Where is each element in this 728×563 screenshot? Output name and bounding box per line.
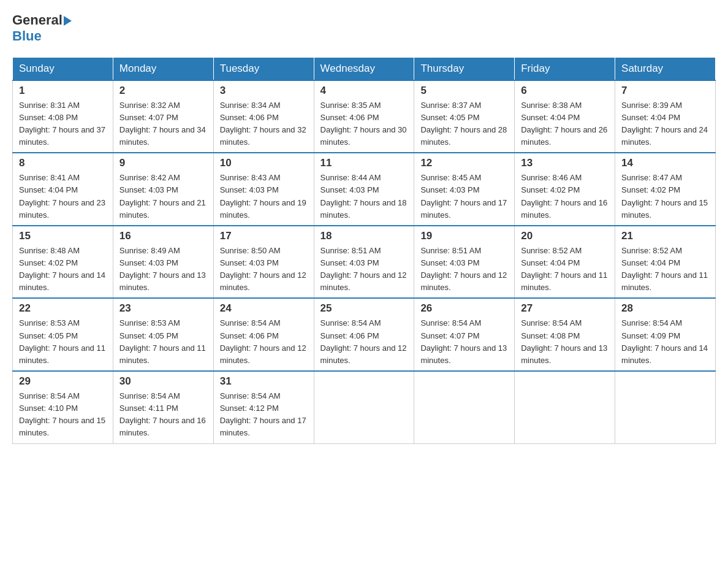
calendar-cell bbox=[314, 371, 414, 443]
day-number: 5 bbox=[420, 85, 508, 97]
calendar-table: SundayMondayTuesdayWednesdayThursdayFrid… bbox=[12, 57, 716, 444]
day-number: 19 bbox=[420, 230, 508, 242]
calendar-cell: 9 Sunrise: 8:42 AM Sunset: 4:03 PM Dayli… bbox=[113, 153, 213, 226]
calendar-cell: 23 Sunrise: 8:53 AM Sunset: 4:05 PM Dayl… bbox=[113, 298, 213, 371]
day-info: Sunrise: 8:54 AM Sunset: 4:12 PM Dayligh… bbox=[220, 390, 308, 440]
day-info: Sunrise: 8:37 AM Sunset: 4:05 PM Dayligh… bbox=[420, 99, 508, 149]
day-info: Sunrise: 8:54 AM Sunset: 4:06 PM Dayligh… bbox=[220, 317, 308, 367]
day-number: 17 bbox=[220, 230, 308, 242]
day-info: Sunrise: 8:50 AM Sunset: 4:03 PM Dayligh… bbox=[220, 245, 308, 294]
day-number: 2 bbox=[119, 85, 207, 97]
day-info: Sunrise: 8:54 AM Sunset: 4:07 PM Dayligh… bbox=[420, 317, 508, 367]
day-number: 25 bbox=[320, 302, 408, 315]
day-info: Sunrise: 8:41 AM Sunset: 4:04 PM Dayligh… bbox=[19, 172, 107, 221]
weekday-header-tuesday: Tuesday bbox=[213, 57, 314, 80]
calendar-cell: 16 Sunrise: 8:49 AM Sunset: 4:03 PM Dayl… bbox=[113, 226, 213, 299]
calendar-week-row: 8 Sunrise: 8:41 AM Sunset: 4:04 PM Dayli… bbox=[13, 153, 716, 226]
calendar-week-row: 1 Sunrise: 8:31 AM Sunset: 4:08 PM Dayli… bbox=[13, 80, 716, 153]
logo-text-general: General bbox=[12, 12, 63, 28]
day-number: 10 bbox=[220, 157, 308, 169]
calendar-cell: 14 Sunrise: 8:47 AM Sunset: 4:02 PM Dayl… bbox=[615, 153, 716, 226]
calendar-cell: 20 Sunrise: 8:52 AM Sunset: 4:04 PM Dayl… bbox=[515, 226, 615, 299]
calendar-cell: 12 Sunrise: 8:45 AM Sunset: 4:03 PM Dayl… bbox=[414, 153, 515, 226]
day-info: Sunrise: 8:46 AM Sunset: 4:02 PM Dayligh… bbox=[521, 172, 609, 221]
calendar-cell: 28 Sunrise: 8:54 AM Sunset: 4:09 PM Dayl… bbox=[615, 298, 716, 371]
day-info: Sunrise: 8:54 AM Sunset: 4:09 PM Dayligh… bbox=[621, 317, 709, 367]
day-info: Sunrise: 8:54 AM Sunset: 4:11 PM Dayligh… bbox=[119, 390, 207, 440]
calendar-cell bbox=[615, 371, 716, 443]
day-number: 20 bbox=[521, 230, 609, 242]
calendar-cell: 29 Sunrise: 8:54 AM Sunset: 4:10 PM Dayl… bbox=[13, 371, 113, 443]
day-number: 14 bbox=[621, 157, 709, 169]
day-info: Sunrise: 8:54 AM Sunset: 4:10 PM Dayligh… bbox=[19, 390, 107, 440]
weekday-header-monday: Monday bbox=[113, 57, 213, 80]
day-number: 22 bbox=[19, 302, 107, 315]
day-number: 29 bbox=[19, 375, 107, 388]
day-number: 12 bbox=[420, 157, 508, 169]
day-number: 11 bbox=[320, 157, 408, 169]
day-number: 30 bbox=[119, 375, 207, 388]
day-info: Sunrise: 8:38 AM Sunset: 4:04 PM Dayligh… bbox=[521, 99, 609, 149]
calendar-cell: 22 Sunrise: 8:53 AM Sunset: 4:05 PM Dayl… bbox=[13, 298, 113, 371]
weekday-header-wednesday: Wednesday bbox=[314, 57, 414, 80]
day-number: 23 bbox=[119, 302, 207, 315]
day-info: Sunrise: 8:48 AM Sunset: 4:02 PM Dayligh… bbox=[19, 245, 107, 294]
day-number: 28 bbox=[621, 302, 709, 315]
day-number: 18 bbox=[320, 230, 408, 242]
day-number: 13 bbox=[521, 157, 609, 169]
day-info: Sunrise: 8:31 AM Sunset: 4:08 PM Dayligh… bbox=[19, 99, 107, 149]
logo-text-blue: Blue bbox=[12, 28, 72, 44]
day-number: 3 bbox=[220, 85, 308, 97]
day-number: 26 bbox=[420, 302, 508, 315]
calendar-cell bbox=[414, 371, 515, 443]
calendar-cell: 21 Sunrise: 8:52 AM Sunset: 4:04 PM Dayl… bbox=[615, 226, 716, 299]
calendar-cell: 11 Sunrise: 8:44 AM Sunset: 4:03 PM Dayl… bbox=[314, 153, 414, 226]
day-info: Sunrise: 8:52 AM Sunset: 4:04 PM Dayligh… bbox=[521, 245, 609, 294]
day-info: Sunrise: 8:32 AM Sunset: 4:07 PM Dayligh… bbox=[119, 99, 207, 149]
day-number: 15 bbox=[19, 230, 107, 242]
day-number: 24 bbox=[220, 302, 308, 315]
calendar-week-row: 22 Sunrise: 8:53 AM Sunset: 4:05 PM Dayl… bbox=[13, 298, 716, 371]
day-info: Sunrise: 8:34 AM Sunset: 4:06 PM Dayligh… bbox=[220, 99, 308, 149]
day-info: Sunrise: 8:39 AM Sunset: 4:04 PM Dayligh… bbox=[621, 99, 709, 149]
calendar-cell: 8 Sunrise: 8:41 AM Sunset: 4:04 PM Dayli… bbox=[13, 153, 113, 226]
day-info: Sunrise: 8:53 AM Sunset: 4:05 PM Dayligh… bbox=[19, 317, 107, 367]
calendar-week-row: 29 Sunrise: 8:54 AM Sunset: 4:10 PM Dayl… bbox=[13, 371, 716, 443]
day-number: 1 bbox=[19, 85, 107, 97]
day-number: 7 bbox=[621, 85, 709, 97]
calendar-cell: 6 Sunrise: 8:38 AM Sunset: 4:04 PM Dayli… bbox=[515, 80, 615, 153]
calendar-cell: 4 Sunrise: 8:35 AM Sunset: 4:06 PM Dayli… bbox=[314, 80, 414, 153]
day-info: Sunrise: 8:52 AM Sunset: 4:04 PM Dayligh… bbox=[621, 245, 709, 294]
calendar-cell: 3 Sunrise: 8:34 AM Sunset: 4:06 PM Dayli… bbox=[213, 80, 314, 153]
calendar-cell: 30 Sunrise: 8:54 AM Sunset: 4:11 PM Dayl… bbox=[113, 371, 213, 443]
calendar-cell: 10 Sunrise: 8:43 AM Sunset: 4:03 PM Dayl… bbox=[213, 153, 314, 226]
calendar-cell: 5 Sunrise: 8:37 AM Sunset: 4:05 PM Dayli… bbox=[414, 80, 515, 153]
calendar-cell: 13 Sunrise: 8:46 AM Sunset: 4:02 PM Dayl… bbox=[515, 153, 615, 226]
calendar-cell: 1 Sunrise: 8:31 AM Sunset: 4:08 PM Dayli… bbox=[13, 80, 113, 153]
day-info: Sunrise: 8:42 AM Sunset: 4:03 PM Dayligh… bbox=[119, 172, 207, 221]
calendar-week-row: 15 Sunrise: 8:48 AM Sunset: 4:02 PM Dayl… bbox=[13, 226, 716, 299]
weekday-header-thursday: Thursday bbox=[414, 57, 515, 80]
day-number: 21 bbox=[621, 230, 709, 242]
logo: General Blue bbox=[12, 12, 72, 45]
day-number: 16 bbox=[119, 230, 207, 242]
day-number: 27 bbox=[521, 302, 609, 315]
calendar-cell bbox=[515, 371, 615, 443]
calendar-cell: 17 Sunrise: 8:50 AM Sunset: 4:03 PM Dayl… bbox=[213, 226, 314, 299]
calendar-cell: 26 Sunrise: 8:54 AM Sunset: 4:07 PM Dayl… bbox=[414, 298, 515, 371]
day-info: Sunrise: 8:54 AM Sunset: 4:08 PM Dayligh… bbox=[521, 317, 609, 367]
day-info: Sunrise: 8:44 AM Sunset: 4:03 PM Dayligh… bbox=[320, 172, 408, 221]
day-number: 31 bbox=[220, 375, 308, 388]
weekday-header-friday: Friday bbox=[515, 57, 615, 80]
calendar-cell: 27 Sunrise: 8:54 AM Sunset: 4:08 PM Dayl… bbox=[515, 298, 615, 371]
day-info: Sunrise: 8:51 AM Sunset: 4:03 PM Dayligh… bbox=[320, 245, 408, 294]
day-info: Sunrise: 8:43 AM Sunset: 4:03 PM Dayligh… bbox=[220, 172, 308, 221]
weekday-header-saturday: Saturday bbox=[615, 57, 716, 80]
day-info: Sunrise: 8:53 AM Sunset: 4:05 PM Dayligh… bbox=[119, 317, 207, 367]
calendar-cell: 25 Sunrise: 8:54 AM Sunset: 4:06 PM Dayl… bbox=[314, 298, 414, 371]
calendar-cell: 31 Sunrise: 8:54 AM Sunset: 4:12 PM Dayl… bbox=[213, 371, 314, 443]
day-number: 4 bbox=[320, 85, 408, 97]
calendar-cell: 7 Sunrise: 8:39 AM Sunset: 4:04 PM Dayli… bbox=[615, 80, 716, 153]
day-info: Sunrise: 8:45 AM Sunset: 4:03 PM Dayligh… bbox=[420, 172, 508, 221]
weekday-header-row: SundayMondayTuesdayWednesdayThursdayFrid… bbox=[13, 57, 716, 80]
